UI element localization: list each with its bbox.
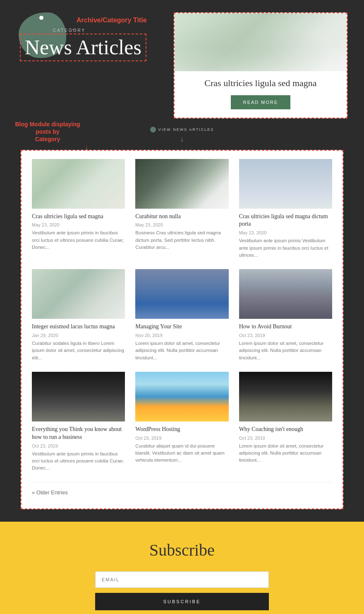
blog-module-annotation: Blog Module displaying posts byCategory <box>8 120 87 143</box>
blog-card-excerpt: Curabitur sodales ligula in libero Lorem… <box>32 340 125 361</box>
blog-card-title: WordPress Hosting <box>135 426 228 433</box>
blog-grid: Cras ultricies ligula sed magnaMay 23, 2… <box>32 159 332 472</box>
page-title: News Articles <box>20 34 146 61</box>
older-entries-link[interactable]: « Older Entries <box>32 489 68 496</box>
blog-card-excerpt: Vestibulum ante ipsum primis in faucibus… <box>32 229 125 251</box>
blog-card[interactable]: Managing Your SiteNov 20, 2019Lorem ipsu… <box>135 269 228 361</box>
blog-card-date: Oct 23, 2019 <box>32 443 125 448</box>
category-label: CATEGORY <box>53 28 165 33</box>
blog-card-excerpt: Vestibulum ante ipsum primis in faucibus… <box>32 450 125 472</box>
older-entries[interactable]: « Older Entries <box>32 482 332 496</box>
blog-card-excerpt: Lorem ipsum dolor sit amet, consectetur … <box>239 340 332 361</box>
view-news-circle <box>150 127 156 132</box>
blog-card-date: May 23, 2020 <box>32 222 125 227</box>
blog-card-image <box>239 159 332 209</box>
slider-title: Cras ultricies ligula sed magna <box>183 77 338 89</box>
blog-module-arrow: ↓ <box>85 143 89 152</box>
blog-card-title: Integer euismod lacus luctus magna <box>32 323 125 331</box>
blog-card-date: Oct 23, 2019 <box>135 436 228 441</box>
blog-card-image <box>32 159 125 209</box>
blog-card-date: Jan 29, 2020 <box>32 333 125 338</box>
blog-card-title: Why Coaching isn't enough <box>239 426 332 433</box>
blog-card-image <box>239 269 332 319</box>
subscribe-title: Subscribe <box>8 540 356 560</box>
blog-card-title: Curabitur non nulla <box>135 213 228 221</box>
blog-card-excerpt: Lorem ipsum dolor sit amet, consectetur … <box>239 443 332 464</box>
email-input[interactable] <box>95 571 269 588</box>
blog-card[interactable]: Integer euismod lacus luctus magnaJan 29… <box>32 269 125 361</box>
subscribe-button[interactable]: SUBSCRIBE <box>95 593 269 610</box>
down-arrow: ↓ <box>180 135 184 150</box>
white-dot <box>39 16 43 20</box>
blog-card[interactable]: How to Avoid BurnoutOct 23, 2019Lorem ip… <box>239 269 332 361</box>
view-news-container[interactable]: VIEW NEWS ARTICLES <box>150 127 214 132</box>
view-news-text: VIEW NEWS ARTICLES <box>158 128 214 132</box>
blog-card-date: May 23, 2020 <box>239 230 332 235</box>
blog-card-image <box>32 269 125 319</box>
blog-card-title: How to Avoid Burnout <box>239 323 332 331</box>
blog-card-image <box>135 372 228 421</box>
blog-card[interactable]: Why Coaching isn't enoughOct 23, 2019Lor… <box>239 372 332 472</box>
blog-card-title: Everything you Think you know about how … <box>32 426 125 441</box>
blog-card-image <box>135 159 228 209</box>
blog-card-excerpt: Vestibulum ante ipsum primis Vestibulum … <box>239 237 332 259</box>
blog-card[interactable]: WordPress HostingOct 23, 2019Curabitur a… <box>135 372 228 472</box>
archive-title-annotation: Archive/Category Title <box>77 17 147 24</box>
blog-card-date: Nov 20, 2019 <box>135 333 228 338</box>
blog-card-excerpt: Lorem ipsum dolor sit amet, consectetur … <box>135 340 228 361</box>
blog-card-title: Cras ultricies ligula sed magna dictum p… <box>239 213 332 229</box>
slider-image <box>175 13 347 71</box>
post-slider: Cras ultricies ligula sed magna READ MOR… <box>174 12 347 118</box>
blog-card-excerpt: Curabitur aliquet quam id dui posuere bl… <box>135 443 228 464</box>
blog-card-image <box>32 372 125 421</box>
blog-card-image <box>135 269 228 319</box>
subscribe-section: Subscribe SUBSCRIBE <box>0 522 364 614</box>
blog-card-title: Managing Your Site <box>135 323 228 331</box>
blog-card-title: Cras ultricies ligula sed magna <box>32 213 125 221</box>
blog-card[interactable]: Everything you Think you know about how … <box>32 372 125 472</box>
blog-card-date: May 23, 2020 <box>135 222 228 227</box>
blog-card-date: Oct 23, 2019 <box>239 333 332 338</box>
blog-card[interactable]: Cras ultricies ligula sed magnaMay 23, 2… <box>32 159 125 259</box>
blog-section: Cras ultricies ligula sed magnaMay 23, 2… <box>21 150 343 510</box>
blog-card-image <box>239 372 332 421</box>
read-more-button[interactable]: READ MORE <box>231 95 291 109</box>
blog-card[interactable]: Curabitur non nullaMay 23, 2020Business … <box>135 159 228 259</box>
blog-card-date: Oct 23, 2019 <box>239 436 332 441</box>
blog-card[interactable]: Cras ultricies ligula sed magna dictum p… <box>239 159 332 259</box>
blog-card-excerpt: Business Cras ultricies ligula sed magna… <box>135 229 228 251</box>
